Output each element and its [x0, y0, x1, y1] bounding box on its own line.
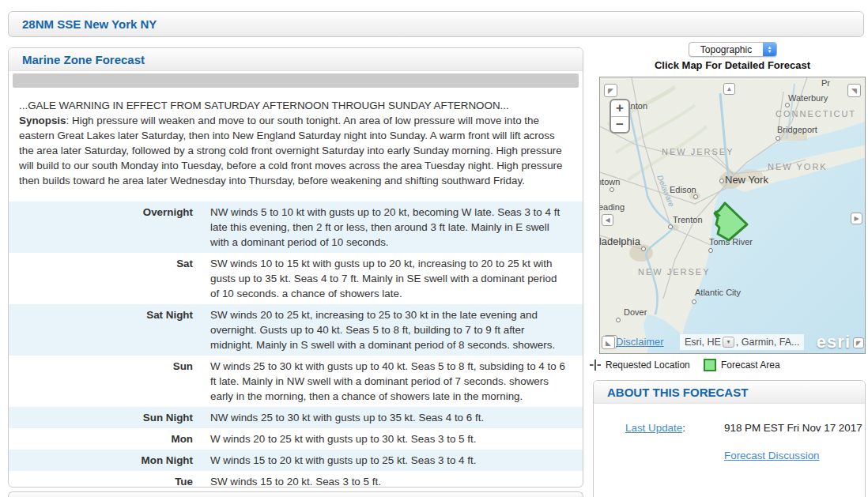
- forecast-period-label: Sat Night: [9, 304, 202, 356]
- map-place-label: CONNECTICUT: [776, 109, 856, 119]
- forecast-period-text: SW winds 15 to 20 kt. Seas 3 to 5 ft.: [202, 471, 583, 492]
- about-forecast-title: ABOUT THIS FORECAST: [607, 386, 748, 399]
- pan-up-button[interactable]: ▲: [723, 83, 735, 95]
- forecast-period-label: Mon: [9, 428, 202, 450]
- forecast-row: Sun NightNW winds 25 to 30 kt with gusts…: [9, 407, 583, 428]
- forecast-area-swatch-icon: [704, 359, 716, 371]
- forecast-row: SatSW winds 10 to 15 kt with gusts up to…: [9, 253, 583, 304]
- gale-warning-text: ...GALE WARNING IN EFFECT FROM SATURDAY …: [19, 98, 570, 113]
- map-bottom-bar: ◣ Disclaimer Esri, HE ▼ , Garmin, FA... …: [600, 334, 865, 350]
- location-header: 28NM SSE New York NY: [8, 11, 864, 37]
- forecast-period-text: W winds 20 to 25 kt with gusts up to 30 …: [202, 428, 583, 450]
- synopsis-label: Synopsis: [19, 115, 66, 126]
- synopsis-text: : High pressure will weaken and move to …: [19, 115, 563, 186]
- city-marker-icon: [609, 187, 614, 192]
- map-zoom-control: + −: [609, 99, 630, 134]
- forecast-row: Sat NightSW winds 20 to 25 kt, increasin…: [9, 304, 583, 356]
- about-forecast-panel: ABOUT THIS FORECAST Last Update: 918 PM …: [593, 380, 866, 497]
- map-caption: Click Map For Detailed Forecast: [599, 59, 866, 71]
- map-place-label: iladelphia: [599, 235, 640, 247]
- pan-up-left-button[interactable]: ◤: [604, 84, 617, 97]
- last-update-value: 918 PM EST Fri Nov 17 2017: [724, 422, 862, 434]
- marine-forecast-header: Marine Zone Forecast: [9, 48, 583, 71]
- forecast-period-label: Overnight: [9, 201, 202, 253]
- basemap-selected-value: Topographic: [689, 44, 763, 55]
- forecast-period-text: NW winds 5 to 10 kt with gusts up to 20 …: [202, 201, 583, 253]
- city-marker-icon: [693, 194, 698, 199]
- legend-requested-location: Requested Location: [590, 360, 690, 371]
- map-place-label: Edison: [670, 185, 696, 194]
- pan-left-button[interactable]: ◀: [602, 214, 613, 226]
- map-place-label: New York: [725, 174, 768, 186]
- map-place-label: NEW JERSEY: [662, 147, 734, 156]
- forecast-row: TueSW winds 15 to 20 kt. Seas 3 to 5 ft.: [9, 471, 583, 492]
- map-place-label: Waterbury: [788, 93, 828, 103]
- map-place-label: Dover: [624, 307, 647, 317]
- basemap-select[interactable]: Topographic ▲▼: [689, 42, 777, 57]
- page: 28NM SSE New York NY Marine Zone Forecas…: [0, 0, 868, 497]
- about-forecast-header: ABOUT THIS FORECAST: [594, 381, 865, 404]
- forecast-period-text: W winds 15 to 20 kt with gusts up to 25 …: [202, 450, 583, 471]
- city-marker-icon: [668, 224, 673, 229]
- forecast-period-text: SW winds 10 to 15 kt with gusts up to 20…: [202, 253, 583, 304]
- forecast-row: MonW winds 20 to 25 kt with gusts up to …: [9, 428, 583, 450]
- next-panel-stub: [8, 491, 583, 497]
- attribution-expand-icon[interactable]: ▼: [723, 337, 734, 348]
- synopsis-paragraph: Synopsis: High pressure will weaken and …: [19, 113, 570, 188]
- forecast-period-label: Sun: [9, 356, 202, 407]
- map-place-label: Bridgeport: [777, 125, 817, 134]
- city-marker-icon: [692, 299, 696, 304]
- attribution-toggle-button[interactable]: ◤: [853, 337, 864, 348]
- forecast-period-label: Mon Night: [9, 450, 202, 471]
- esri-logo: esri: [817, 332, 851, 352]
- pan-down-left-button-2[interactable]: ◣: [602, 336, 615, 349]
- city-marker-icon: [776, 136, 780, 141]
- forecast-row: SunW winds 25 to 30 kt with gusts up to …: [9, 356, 583, 407]
- city-marker-icon: [641, 247, 646, 251]
- forecast-period-label: Sun Night: [9, 407, 202, 428]
- city-marker-icon: [616, 318, 621, 322]
- map-attribution: Esri, HE ▼ , Garmin, FA...: [680, 334, 804, 350]
- forecast-period-label: Tue: [9, 471, 202, 492]
- forecast-discussion-link[interactable]: Forecast Discussion: [724, 450, 820, 461]
- map-place-label: Atlantic City: [695, 288, 741, 297]
- zoom-out-button[interactable]: −: [611, 117, 628, 133]
- map-place-label: ntown: [599, 177, 620, 186]
- attribution-text-left: Esri, HE: [685, 337, 721, 348]
- last-update-colon: :: [682, 422, 685, 434]
- forecast-period-text: W winds 25 to 30 kt with gusts up to 40 …: [202, 356, 583, 407]
- forecast-period-text: NW winds 25 to 30 kt with gusts up to 35…: [202, 407, 583, 428]
- pan-up-right-button[interactable]: ◥: [847, 84, 861, 97]
- map-place-label: Toms River: [709, 237, 753, 247]
- marine-forecast-title: Marine Zone Forecast: [22, 53, 145, 66]
- legend-area-label: Forecast Area: [721, 360, 780, 371]
- map-place-label: NEW YORK: [768, 162, 828, 171]
- city-marker-icon: [708, 248, 713, 253]
- location-title: 28NM SSE New York NY: [22, 17, 157, 31]
- map-place-label: eading: [599, 202, 625, 212]
- forecast-period-label: Sat: [9, 253, 202, 304]
- forecast-summary: ...GALE WARNING IN EFFECT FROM SATURDAY …: [19, 98, 570, 188]
- attribution-text-right: , Garmin, FA...: [736, 337, 800, 348]
- legend-forecast-area: Forecast Area: [704, 359, 780, 371]
- legend-requested-label: Requested Location: [606, 360, 690, 371]
- city-marker-icon: [785, 103, 790, 107]
- divider-bar: [13, 73, 579, 88]
- forecast-row: Mon NightW winds 15 to 20 kt with gusts …: [9, 450, 583, 471]
- city-marker-icon: [719, 179, 724, 183]
- map-legend: Requested Location Forecast Area: [590, 358, 866, 372]
- zoom-in-button[interactable]: +: [611, 100, 628, 117]
- map-place-label: Trenton: [673, 215, 703, 224]
- forecast-period-text: SW winds 20 to 25 kt, increasing to 25 t…: [202, 304, 583, 356]
- map-place-label: NEW JERSEY: [638, 267, 711, 277]
- crosshair-icon: [590, 360, 601, 371]
- last-update-link[interactable]: Last Update: [625, 422, 682, 434]
- map-place-label: Pr: [821, 78, 830, 88]
- pan-right-button[interactable]: ▶: [851, 213, 862, 224]
- forecast-table: OvernightNW winds 5 to 10 kt with gusts …: [9, 201, 583, 497]
- select-stepper-icon: ▲▼: [763, 43, 776, 56]
- forecast-row: OvernightNW winds 5 to 10 kt with gusts …: [9, 201, 583, 253]
- marine-forecast-panel: Marine Zone Forecast ...GALE WARNING IN …: [8, 47, 583, 488]
- disclaimer-link[interactable]: Disclaimer: [616, 336, 664, 348]
- forecast-map[interactable]: ScrantonPrWaterburyCONNECTICUTBridgeport…: [599, 77, 866, 354]
